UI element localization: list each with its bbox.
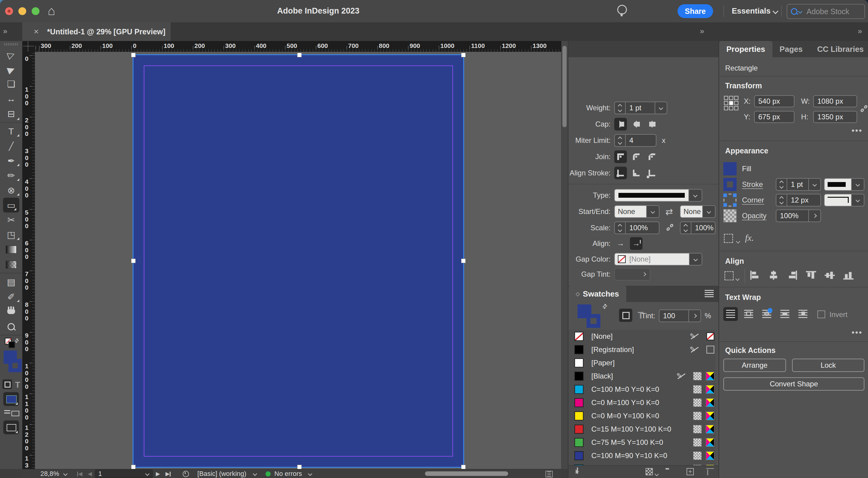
swatch-row[interactable]: [Paper] bbox=[568, 356, 715, 370]
first-page-button[interactable]: ◀ bbox=[77, 471, 82, 477]
horizontal-ruler[interactable]: 3002001000100200300400500600700800900100… bbox=[35, 41, 561, 52]
type-tool[interactable]: T bbox=[0, 124, 22, 139]
swatch-row[interactable]: C=75 M=5 Y=100 K=0 bbox=[568, 436, 715, 449]
page-number-field[interactable]: 1 bbox=[95, 470, 153, 478]
corner-label[interactable]: Corner bbox=[742, 196, 764, 204]
panel-collapse-icon[interactable]: » bbox=[700, 27, 704, 36]
new-swatch-icon[interactable]: + bbox=[687, 468, 694, 475]
pencil-tool[interactable]: ✏ bbox=[0, 168, 22, 183]
corner-stepper[interactable] bbox=[776, 194, 787, 206]
gradient-feather-tool[interactable] bbox=[0, 257, 22, 273]
tint-dropdown-icon[interactable] bbox=[688, 310, 701, 322]
swatch-row[interactable]: C=100 M=0 Y=0 K=0 bbox=[568, 383, 715, 396]
share-button[interactable]: Share bbox=[678, 4, 713, 18]
vertical-ruler[interactable]: 0100200300400500600700800900100011001200… bbox=[22, 52, 35, 469]
opacity-label[interactable]: Opacity bbox=[742, 212, 767, 220]
weight-stepper[interactable] bbox=[615, 102, 626, 114]
view-options-icon[interactable] bbox=[0, 407, 22, 419]
tab-swatches[interactable]: ◇Swatches bbox=[568, 286, 626, 302]
apply-color-button[interactable] bbox=[3, 392, 19, 406]
tint-field[interactable]: 100 bbox=[659, 310, 701, 322]
convert-shape-button[interactable]: Convert Shape bbox=[723, 377, 864, 391]
gap-tool[interactable]: ↔ bbox=[0, 91, 22, 106]
stroke-weight-dropdown-icon[interactable] bbox=[808, 179, 820, 190]
align-right-button[interactable] bbox=[787, 270, 798, 281]
zoom-window-button[interactable] bbox=[32, 7, 39, 15]
align-stroke-outside-button[interactable] bbox=[646, 167, 658, 179]
selection-handle-bottom-right[interactable] bbox=[461, 465, 466, 469]
scale-start-field[interactable]: 100% bbox=[614, 222, 659, 234]
eyedropper-tool[interactable]: ✐ bbox=[0, 289, 22, 304]
stroke-weight-field[interactable]: 1 pt bbox=[776, 178, 821, 191]
gap-color-select[interactable]: [None] bbox=[614, 253, 702, 265]
rectangle-tool[interactable]: ▭ bbox=[3, 198, 19, 213]
swap-arrowheads-icon[interactable]: ⇄ bbox=[665, 206, 673, 217]
selection-handle-middle-left[interactable] bbox=[131, 259, 135, 263]
new-color-group-from-selection-icon[interactable] bbox=[577, 468, 578, 474]
wrap-bounding-box-button[interactable] bbox=[741, 307, 756, 321]
close-window-button[interactable] bbox=[5, 7, 13, 15]
pages-overlay-icon[interactable] bbox=[546, 471, 553, 477]
home-icon[interactable]: ⌂ bbox=[48, 4, 55, 18]
swatch-row[interactable]: [Black] bbox=[568, 370, 715, 383]
document-tab[interactable]: × *Untitled-1 @ 29% [GPU Preview] bbox=[22, 22, 170, 41]
formatting-affects-container-button[interactable] bbox=[2, 379, 12, 389]
opacity-dropdown-icon[interactable] bbox=[808, 210, 820, 222]
swatch-row[interactable]: C=0 M=100 Y=0 K=0 bbox=[568, 396, 715, 410]
stroke-label[interactable]: Stroke bbox=[742, 180, 763, 189]
selection-handle-bottom-left[interactable] bbox=[131, 465, 135, 469]
cap-projecting-button[interactable] bbox=[646, 118, 658, 130]
workspace-switcher[interactable]: Essentials bbox=[732, 6, 771, 16]
cap-round-button[interactable] bbox=[630, 118, 643, 130]
swatches-formatting-container-button[interactable] bbox=[619, 309, 632, 322]
y-field[interactable]: 675 px bbox=[754, 111, 795, 123]
line-tool[interactable]: ╱ bbox=[0, 139, 22, 153]
tab-properties[interactable]: Properties bbox=[719, 41, 772, 57]
weight-field[interactable]: 1 pt bbox=[614, 102, 667, 114]
learn-lightbulb-icon[interactable] bbox=[617, 5, 627, 14]
corner-style-select[interactable] bbox=[824, 194, 864, 206]
toolbar-collapse-icon[interactable]: » bbox=[3, 27, 7, 36]
align-bottom-button[interactable] bbox=[843, 270, 854, 281]
content-collector-tool[interactable]: ⊟ bbox=[0, 106, 22, 123]
screen-mode-button[interactable] bbox=[3, 420, 19, 434]
reference-point-grid[interactable] bbox=[724, 96, 738, 110]
swatches-stroke-proxy[interactable] bbox=[587, 314, 600, 328]
fx-effects-icon[interactable]: fx. bbox=[745, 233, 754, 243]
close-tab-icon[interactable]: × bbox=[34, 27, 38, 36]
default-fill-stroke-control[interactable]: ⇄ bbox=[0, 337, 22, 350]
swatch-row[interactable]: [Registration] bbox=[568, 343, 715, 356]
w-field[interactable]: 1080 px bbox=[813, 95, 857, 107]
join-miter-button[interactable] bbox=[614, 150, 627, 163]
corner-radius-field[interactable]: 12 px bbox=[776, 194, 821, 206]
ruler-origin-corner[interactable] bbox=[22, 41, 35, 52]
selection-handle-top-center[interactable] bbox=[297, 53, 302, 57]
transform-more-options-icon[interactable]: ••• bbox=[852, 126, 863, 135]
scissors-tool[interactable]: ✂ bbox=[0, 213, 22, 227]
ellipse-frame-tool[interactable]: ⊗ bbox=[0, 183, 22, 198]
free-transform-tool[interactable]: ◳ bbox=[0, 227, 22, 242]
preflight-status[interactable]: No errors bbox=[274, 470, 302, 478]
align-center-horizontal-button[interactable] bbox=[769, 270, 779, 281]
align-top-button[interactable] bbox=[806, 270, 816, 281]
start-arrowhead-select[interactable]: None bbox=[614, 205, 659, 218]
swatch-row[interactable]: C=100 M=90 Y=10 K=0 bbox=[568, 449, 715, 463]
stroke-type-preview[interactable] bbox=[614, 189, 689, 202]
preflight-status-dropdown-icon[interactable] bbox=[308, 472, 312, 476]
zoom-level-value[interactable]: 28,8% bbox=[40, 470, 59, 478]
align-to-selector-icon[interactable] bbox=[724, 271, 734, 280]
selection-handle-top-right[interactable] bbox=[461, 53, 466, 57]
horizontal-scrollbar-thumb[interactable] bbox=[425, 471, 508, 476]
join-bevel-button[interactable] bbox=[646, 150, 658, 163]
hand-tool[interactable] bbox=[0, 304, 22, 319]
adobe-stock-search[interactable]: Adobe Stock bbox=[786, 4, 865, 19]
end-arrowhead-select[interactable]: None bbox=[680, 205, 715, 218]
no-text-wrap-button[interactable] bbox=[723, 307, 738, 321]
preflight-icon[interactable] bbox=[183, 471, 189, 477]
cap-butt-button[interactable] bbox=[614, 118, 627, 130]
align-arrow-start-button[interactable] bbox=[614, 237, 627, 250]
pasteboard[interactable] bbox=[35, 52, 561, 469]
lock-button[interactable]: Lock bbox=[792, 359, 864, 372]
jump-to-next-column-button[interactable] bbox=[796, 307, 810, 321]
preflight-profile[interactable]: [Basic] (working) bbox=[197, 470, 247, 478]
